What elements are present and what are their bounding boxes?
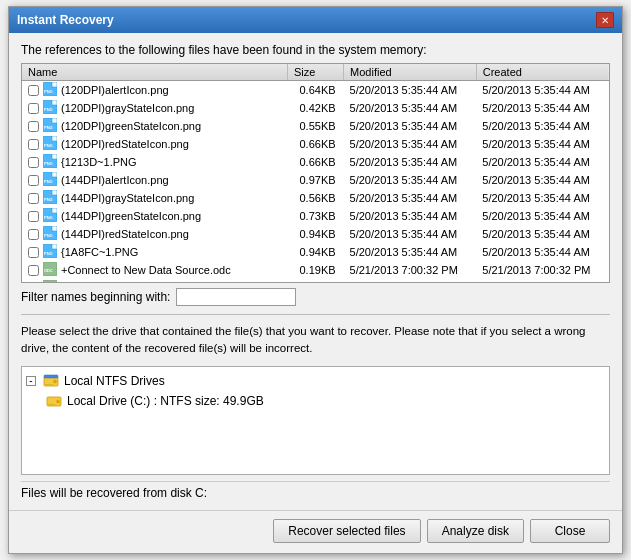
file-modified-cell: 5/21/2013 7:00:33 PM bbox=[344, 279, 477, 283]
col-header-size[interactable]: Size bbox=[287, 64, 343, 81]
file-checkbox[interactable] bbox=[28, 211, 39, 222]
filter-label: Filter names beginning with: bbox=[21, 290, 170, 304]
svg-text:PNG: PNG bbox=[44, 179, 53, 184]
file-checkbox[interactable] bbox=[28, 139, 39, 150]
svg-text:PNG: PNG bbox=[44, 161, 53, 166]
file-name-cell: PNG{1213D~1.PNG bbox=[22, 153, 282, 171]
table-row[interactable]: PNG(120DPI)greenStateIcon.png0.55KB5/20/… bbox=[22, 117, 609, 135]
table-row[interactable]: PNG(120DPI)redStateIcon.png0.66KB5/20/20… bbox=[22, 135, 609, 153]
table-row[interactable]: PNG(144DPI)alertIcon.png0.97KB5/20/2013 … bbox=[22, 171, 609, 189]
file-checkbox[interactable] bbox=[28, 193, 39, 204]
svg-text:PNG: PNG bbox=[44, 125, 53, 130]
file-created-cell: 5/20/2013 5:35:44 AM bbox=[476, 189, 609, 207]
file-checkbox[interactable] bbox=[28, 229, 39, 240]
expand-icon[interactable]: - bbox=[26, 376, 36, 386]
table-row[interactable]: PNG{1213D~1.PNG0.66KB5/20/2013 5:35:44 A… bbox=[22, 153, 609, 171]
file-checkbox[interactable] bbox=[28, 175, 39, 186]
png-file-icon: PNG bbox=[43, 226, 57, 242]
file-size-cell: 0.55KB bbox=[287, 117, 343, 135]
col-header-created[interactable]: Created bbox=[476, 64, 609, 81]
file-size-cell: 0.73KB bbox=[287, 207, 343, 225]
file-created-cell: 5/20/2013 5:35:44 AM bbox=[476, 99, 609, 117]
file-size-cell: 0.94KB bbox=[287, 243, 343, 261]
file-name-cell: PNG(120DPI)alertIcon.png bbox=[22, 81, 282, 99]
file-size-cell: 0.64KB bbox=[287, 81, 343, 100]
close-icon[interactable]: ✕ bbox=[596, 12, 614, 28]
instant-recovery-dialog: Instant Recovery ✕ The references to the… bbox=[8, 6, 623, 554]
file-modified-cell: 5/20/2013 5:35:44 AM bbox=[344, 171, 477, 189]
odc-file-icon: ODC bbox=[43, 262, 57, 278]
file-modified-cell: 5/20/2013 5:35:44 AM bbox=[344, 99, 477, 117]
file-name-text: +Connect to New Data Source.odc bbox=[61, 264, 231, 276]
png-file-icon: PNG bbox=[43, 244, 57, 260]
file-name-cell: PNG(120DPI)greenStateIcon.png bbox=[22, 117, 282, 135]
file-name-text: +NewSQLServerConnection.odc bbox=[61, 282, 220, 283]
file-name-cell: ODC+NewSQLServerConnection.odc bbox=[22, 279, 282, 283]
table-row[interactable]: PNG(144DPI)greenStateIcon.png0.73KB5/20/… bbox=[22, 207, 609, 225]
svg-rect-40 bbox=[48, 404, 55, 405]
file-name-text: (120DPI)grayStateIcon.png bbox=[61, 102, 194, 114]
svg-rect-13 bbox=[52, 154, 57, 159]
drives-container[interactable]: - Local NTFS Drives Local Drive (C:) : bbox=[21, 366, 610, 476]
file-size-cell: 0.19KB bbox=[287, 261, 343, 279]
file-checkbox[interactable] bbox=[28, 247, 39, 258]
file-name-cell: PNG(120DPI)grayStateIcon.png bbox=[22, 99, 282, 117]
svg-text:PNG: PNG bbox=[44, 107, 53, 112]
recover-selected-button[interactable]: Recover selected files bbox=[273, 519, 420, 543]
table-row[interactable]: PNG{1A8FC~1.PNG0.94KB5/20/2013 5:35:44 A… bbox=[22, 243, 609, 261]
table-row[interactable]: PNG(144DPI)grayStateIcon.png0.56KB5/20/2… bbox=[22, 189, 609, 207]
svg-text:PNG: PNG bbox=[44, 215, 53, 220]
table-row[interactable]: ODC+NewSQLServerConnection.odc0.19KB5/21… bbox=[22, 279, 609, 283]
png-file-icon: PNG bbox=[43, 190, 57, 206]
file-modified-cell: 5/20/2013 5:35:44 AM bbox=[344, 153, 477, 171]
filter-input[interactable] bbox=[176, 288, 296, 306]
file-checkbox[interactable] bbox=[28, 85, 39, 96]
file-name-cell: PNG(144DPI)alertIcon.png bbox=[22, 171, 282, 189]
file-checkbox[interactable] bbox=[28, 157, 39, 168]
file-name-text: {1213D~1.PNG bbox=[61, 156, 137, 168]
file-modified-cell: 5/20/2013 5:35:44 AM bbox=[344, 117, 477, 135]
file-checkbox[interactable] bbox=[28, 103, 39, 114]
dialog-body: The references to the following files ha… bbox=[9, 33, 622, 510]
filter-row: Filter names beginning with: bbox=[21, 288, 610, 306]
drives-child-item[interactable]: Local Drive (C:) : NTFS size: 49.9GB bbox=[26, 391, 605, 411]
svg-text:ODC: ODC bbox=[44, 268, 53, 273]
file-name-cell: PNG{1A8FC~1.PNG bbox=[22, 243, 282, 261]
file-modified-cell: 5/20/2013 5:35:44 AM bbox=[344, 225, 477, 243]
col-header-modified[interactable]: Modified bbox=[344, 64, 477, 81]
file-created-cell: 5/20/2013 5:35:44 AM bbox=[476, 171, 609, 189]
file-checkbox[interactable] bbox=[28, 265, 39, 276]
svg-rect-1 bbox=[52, 82, 57, 87]
file-modified-cell: 5/20/2013 5:35:44 AM bbox=[344, 189, 477, 207]
table-row[interactable]: PNG(120DPI)alertIcon.png0.64KB5/20/2013 … bbox=[22, 81, 609, 100]
file-checkbox[interactable] bbox=[28, 283, 39, 284]
file-name-cell: PNG(120DPI)redStateIcon.png bbox=[22, 135, 282, 153]
analyze-disk-button[interactable]: Analyze disk bbox=[427, 519, 524, 543]
file-created-cell: 5/20/2013 5:35:44 AM bbox=[476, 243, 609, 261]
png-file-icon: PNG bbox=[43, 100, 57, 116]
file-name-text: {1A8FC~1.PNG bbox=[61, 246, 138, 258]
svg-rect-19 bbox=[52, 190, 57, 195]
file-checkbox[interactable] bbox=[28, 121, 39, 132]
file-created-cell: 5/21/2013 7:00:32 PM bbox=[476, 261, 609, 279]
svg-text:PNG: PNG bbox=[44, 197, 53, 202]
hdd-icon bbox=[43, 373, 59, 389]
png-file-icon: PNG bbox=[43, 172, 57, 188]
svg-rect-22 bbox=[52, 208, 57, 213]
svg-text:PNG: PNG bbox=[44, 143, 53, 148]
col-header-name[interactable]: Name bbox=[22, 64, 287, 81]
title-bar-controls: ✕ bbox=[596, 12, 614, 28]
table-row[interactable]: ODC+Connect to New Data Source.odc0.19KB… bbox=[22, 261, 609, 279]
drives-child-label: Local Drive (C:) : NTFS size: 49.9GB bbox=[67, 394, 264, 408]
svg-text:PNG: PNG bbox=[44, 233, 53, 238]
file-table-container[interactable]: Name Size Modified Created PNG(120DPI)al… bbox=[21, 63, 610, 283]
table-row[interactable]: PNG(120DPI)grayStateIcon.png0.42KB5/20/2… bbox=[22, 99, 609, 117]
file-name-text: (144DPI)grayStateIcon.png bbox=[61, 192, 194, 204]
drives-root-item[interactable]: - Local NTFS Drives bbox=[26, 371, 605, 391]
svg-rect-37 bbox=[44, 375, 58, 378]
close-button[interactable]: Close bbox=[530, 519, 610, 543]
table-row[interactable]: PNG(144DPI)redStateIcon.png0.94KB5/20/20… bbox=[22, 225, 609, 243]
file-created-cell: 5/20/2013 5:35:44 AM bbox=[476, 225, 609, 243]
file-name-cell: PNG(144DPI)grayStateIcon.png bbox=[22, 189, 282, 207]
status-bar: Files will be recovered from disk C: bbox=[21, 481, 610, 500]
